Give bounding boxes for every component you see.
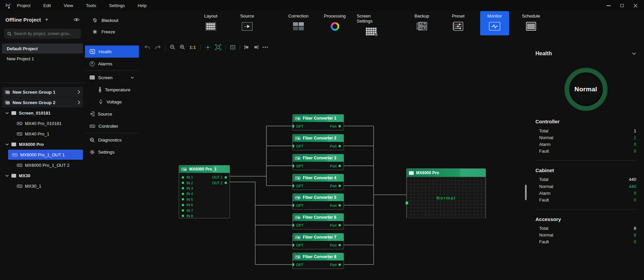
caret-down-icon[interactable] <box>5 175 9 177</box>
node-fiber-converter-4[interactable]: Fiber Converter 4 OPT Port <box>292 174 344 190</box>
tree-mx6000-pro-1-out1[interactable]: MX6000 Pro_1_OUT 1 <box>8 150 83 160</box>
redo-icon[interactable] <box>155 45 161 50</box>
tab-preset[interactable]: Preset <box>444 11 473 32</box>
port-label: Port <box>330 223 336 227</box>
tree-mx30-1[interactable]: MX30_1 <box>2 181 83 191</box>
node-screen-mx6000-pro[interactable]: MX6000 Pro Normal <box>406 168 486 218</box>
caret-down-icon[interactable] <box>5 143 9 146</box>
blackout-button[interactable]: Blackout <box>85 14 139 26</box>
tab-source[interactable]: Source <box>233 11 262 32</box>
node-mx6000-pro-1[interactable]: MX6000 Pro_1 IN 1 IN 2 IN 3 IN 4 IN 5 IN… <box>179 165 230 218</box>
tree-screen-group-1[interactable]: New Screen Group 1 <box>2 87 83 97</box>
node-fiber-converter-1[interactable]: Fiber Converter 1 OPT Port <box>292 114 344 130</box>
tab-layout[interactable]: Layout <box>196 11 225 32</box>
tab-schedule[interactable]: Schedule <box>517 11 546 32</box>
menu-item-health[interactable]: Health <box>85 45 139 58</box>
stat-row: Normal1 <box>535 134 636 141</box>
eye-icon[interactable] <box>74 18 80 22</box>
stat-row: Fault0 <box>535 196 636 203</box>
menu-item-screen[interactable]: Screen <box>85 71 139 84</box>
device-icon <box>295 137 300 140</box>
menu-help[interactable]: Help <box>138 3 147 8</box>
menu-item-settings[interactable]: Settings <box>85 146 139 158</box>
collapse-chevron-icon[interactable] <box>632 52 636 55</box>
node-fiber-converter-7[interactable]: Fiber Converter 7 OPT Port <box>292 233 344 249</box>
tree-label: MX6000 Pro <box>19 142 44 147</box>
stat-row: Total440 <box>535 176 636 183</box>
align-left-icon[interactable] <box>244 45 249 50</box>
node-fiber-converter-6[interactable]: Fiber Converter 6 OPT Port <box>292 213 344 229</box>
menu-item-controller[interactable]: Controller <box>85 120 139 132</box>
node-fiber-converter-8[interactable]: Fiber Converter 8 OPT Port <box>292 253 344 269</box>
tab-correction[interactable]: Correction <box>284 11 313 32</box>
menu-item-alarms[interactable]: Alarms <box>85 58 139 70</box>
tree-label: MX40 Pro_1 <box>25 131 49 136</box>
more-tools-icon[interactable] <box>263 46 264 48</box>
port-label: Port <box>330 124 336 128</box>
menu-item-diagnostics[interactable]: Diagnostics <box>85 134 139 146</box>
project-item-new1[interactable]: New Project 1 <box>2 54 83 64</box>
menu-item-temperature[interactable]: Temperature <box>85 84 139 96</box>
menu-settings[interactable]: Settings <box>109 3 125 8</box>
section-accessory: Accessory Total8 Normal8 Fault0 <box>535 216 636 246</box>
tree-mx6000-pro-1-out2[interactable]: MX6000 Pro_1_OUT 2 <box>2 160 83 170</box>
caret-down-icon[interactable] <box>5 112 9 114</box>
add-project-icon[interactable]: + <box>45 16 49 23</box>
controller-icon <box>181 168 187 171</box>
topology-canvas[interactable]: 1:1 <box>139 37 528 280</box>
canvas-scrollbar[interactable] <box>525 185 527 200</box>
port-dot <box>182 198 184 200</box>
align-right-icon[interactable] <box>254 45 258 50</box>
menu-item-voltage[interactable]: Voltage <box>85 96 139 108</box>
search-input[interactable] <box>14 31 78 36</box>
tree-mx6000-pro[interactable]: MX6000 Pro <box>2 139 83 149</box>
tree-label: New Screen Group 2 <box>12 100 55 105</box>
chevron-down-icon[interactable] <box>130 76 134 79</box>
port-label: OPT <box>296 164 304 168</box>
tab-monitor[interactable]: Monitor <box>480 11 509 35</box>
undo-icon[interactable] <box>144 45 150 50</box>
node-fiber-converter-5[interactable]: Fiber Converter 5 OPT Port <box>292 193 344 210</box>
freeze-icon <box>92 29 97 34</box>
tree-screen-group-2[interactable]: New Screen Group 2 <box>2 97 83 107</box>
project-search[interactable] <box>4 29 81 39</box>
node-title: MX6000 Pro_1 <box>189 167 216 172</box>
section-controller: Controller Total1 Normal1 Alarm0 Fault0 <box>535 119 636 155</box>
close-button[interactable] <box>633 4 638 8</box>
tab-screen-settings[interactable]: Screen Settings <box>357 11 386 37</box>
grid-toggle-icon[interactable] <box>230 45 235 50</box>
menu-project[interactable]: Project <box>17 3 30 8</box>
device-icon <box>295 255 300 258</box>
diagnostics-icon <box>90 137 95 143</box>
maximize-button[interactable] <box>620 4 624 8</box>
fit-view-icon[interactable] <box>215 44 221 50</box>
tree-mx30[interactable]: MX30 <box>2 170 83 181</box>
stat-row: Fault0 <box>535 239 636 245</box>
node-fiber-converter-3[interactable]: Fiber Converter 3 OPT Port <box>292 154 344 170</box>
freeze-button[interactable]: Freeze <box>85 26 139 37</box>
tree-mx40-pro-1[interactable]: MX40 Pro_1 <box>2 129 83 139</box>
center-view-icon[interactable] <box>205 44 211 50</box>
zoom-ratio-label[interactable]: 1:1 <box>189 45 196 50</box>
project-item-default[interactable]: Default Project <box>2 43 83 54</box>
tree-screen-010181[interactable]: Screen_010181 <box>2 108 83 118</box>
section-cabinet: Cabinet Total440 Normal440 Alarm0 Fault0 <box>535 167 636 204</box>
tree-mx40-pro-010181[interactable]: MX40 Pro_010181 <box>2 118 83 128</box>
menu-item-source[interactable]: Source <box>85 108 139 120</box>
tab-backup[interactable]: Backup <box>407 11 436 32</box>
zoom-out-icon[interactable] <box>170 44 175 50</box>
zoom-in-icon[interactable] <box>180 44 185 50</box>
freeze-label: Freeze <box>101 29 115 34</box>
menu-tools[interactable]: Tools <box>86 3 96 8</box>
minimize-button[interactable] <box>606 4 611 8</box>
port-label: OUT 1 <box>212 175 223 179</box>
tab-label: Layout <box>204 13 217 19</box>
menu-edit[interactable]: Edit <box>43 3 51 8</box>
source-arrow-icon <box>242 22 253 31</box>
menu-view[interactable]: View <box>64 3 73 8</box>
chevron-right-icon[interactable] <box>78 100 80 104</box>
health-panel-title: Health <box>535 51 552 57</box>
chevron-right-icon[interactable] <box>78 90 80 94</box>
node-fiber-converter-2[interactable]: Fiber Converter 2 OPT Port <box>292 134 344 150</box>
tab-processing[interactable]: Processing <box>320 11 349 32</box>
